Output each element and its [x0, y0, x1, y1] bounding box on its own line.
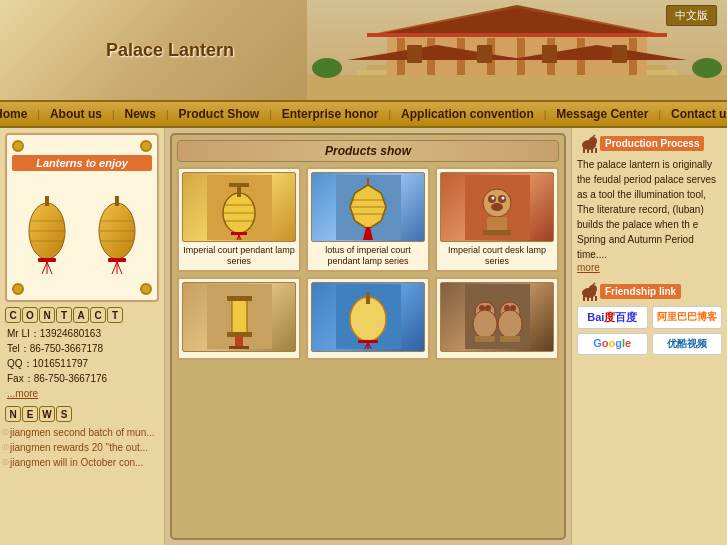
contact-more-link[interactable]: ...more	[7, 386, 159, 401]
contact-info: Mr LI：13924680163 Tel：86-750-3667178 QQ：…	[5, 326, 159, 401]
center-content: Products show	[165, 128, 572, 545]
svg-line-38	[117, 262, 122, 274]
news-item-3[interactable]: jiangmen will in October con...	[5, 457, 159, 468]
svg-rect-104	[587, 296, 589, 301]
contact-qq: QQ：1016511797	[7, 356, 159, 371]
svg-rect-69	[483, 230, 511, 235]
main-content: Lanterns to enjoy	[0, 128, 727, 545]
product-thumb-1	[182, 172, 296, 242]
svg-point-95	[589, 137, 597, 145]
svg-rect-25	[45, 196, 49, 206]
products-show-container: Products show	[170, 133, 566, 540]
svg-rect-105	[591, 296, 593, 301]
news-item-2[interactable]: jiangmen rewards 20 "the out...	[5, 442, 159, 453]
svg-rect-15	[367, 33, 667, 37]
news-item-1[interactable]: jiangmen second batch of mun...	[5, 427, 159, 438]
svg-point-102	[589, 285, 597, 293]
logo-text: Palace Lantern	[106, 40, 234, 61]
contact-box: C O N T A C T Mr LI：13924680163 Tel：86-7…	[5, 307, 159, 401]
palace-image	[307, 0, 727, 100]
svg-rect-20	[542, 45, 557, 63]
svg-rect-73	[227, 332, 252, 337]
nav-message[interactable]: Message Center	[546, 107, 658, 121]
svg-rect-26	[38, 258, 56, 262]
right-sidebar: Production Process The palace lantern is…	[572, 128, 727, 545]
product-label-1: Imperial court pendant lamp series	[182, 245, 296, 267]
svg-rect-71	[232, 299, 247, 334]
contact-title-row: C O N T A C T	[5, 307, 159, 323]
contact-mr-li: Mr LI：13924680163	[7, 326, 159, 341]
products-grid: Imperial court pendant lamp series	[177, 167, 559, 360]
nav-product-show[interactable]: Product Show	[169, 107, 270, 121]
product-item-2[interactable]: lotus of imperial court pendant lamp ser…	[306, 167, 430, 272]
svg-rect-46	[231, 232, 247, 235]
contact-fax: Fax：86-750-3667176	[7, 371, 159, 386]
friendship-box: Friendship link Bai度百度 阿里巴巴博客 Google 优酷视…	[577, 281, 722, 355]
svg-rect-1	[307, 75, 727, 100]
friendship-title-text: Friendship link	[600, 284, 681, 299]
nav-enterprise[interactable]: Enterprise honor	[272, 107, 389, 121]
product-item-1[interactable]: Imperial court pendant lamp series	[177, 167, 301, 272]
nav-home[interactable]: Home	[0, 107, 37, 121]
news-letter-e: E	[22, 406, 38, 422]
svg-point-87	[485, 305, 491, 311]
contact-letter-n: N	[39, 307, 55, 323]
svg-rect-96	[583, 148, 585, 153]
baidu-link[interactable]: Bai度百度	[577, 306, 648, 329]
product-label-2: lotus of imperial court pendant lamp ser…	[311, 245, 425, 267]
lantern-dot-left	[12, 140, 24, 152]
product-item-6[interactable]	[435, 277, 559, 360]
alibaba-link[interactable]: 阿里巴巴博客	[652, 306, 723, 329]
friendship-links: Bai度百度 阿里巴巴博客 Google 优酷视频	[577, 306, 722, 355]
nav-contact[interactable]: Contact us	[661, 107, 727, 121]
production-icon	[577, 133, 597, 153]
svg-rect-34	[115, 196, 119, 206]
product-item-3[interactable]: Imperial court desk lamp series	[435, 167, 559, 272]
news-letter-w: W	[39, 406, 55, 422]
header: Palace Lantern	[0, 0, 727, 100]
contact-letter-t2: T	[107, 307, 123, 323]
svg-rect-106	[595, 296, 597, 301]
lanterns-box: Lanterns to enjoy	[5, 133, 159, 302]
contact-letter-c2: C	[90, 307, 106, 323]
youku-link[interactable]: 优酷视频	[652, 333, 723, 355]
contact-letter-c: C	[5, 307, 21, 323]
google-link[interactable]: Google	[577, 333, 648, 355]
svg-rect-44	[237, 187, 241, 197]
svg-point-23	[692, 58, 722, 78]
logo-area: Palace Lantern	[0, 0, 340, 100]
svg-rect-68	[487, 217, 507, 232]
lanterns-title: Lanterns to enjoy	[12, 155, 152, 171]
chinese-version-button[interactable]: 中文版	[666, 5, 717, 26]
product-item-4[interactable]	[177, 277, 301, 360]
svg-point-66	[501, 196, 504, 199]
contact-letter-o: O	[22, 307, 38, 323]
nav-application[interactable]: Application convention	[391, 107, 544, 121]
news-letter-s: S	[56, 406, 72, 422]
svg-point-67	[491, 203, 503, 211]
lantern-dot-bottom-left	[12, 283, 24, 295]
svg-rect-78	[366, 292, 370, 304]
production-title-text: Production Process	[600, 136, 704, 151]
left-sidebar: Lanterns to enjoy	[0, 128, 165, 545]
svg-rect-72	[227, 296, 252, 301]
product-thumb-6	[440, 282, 554, 352]
nav-about[interactable]: About us	[40, 107, 112, 121]
svg-rect-74	[235, 337, 243, 347]
nav-news[interactable]: News	[115, 107, 166, 121]
navigation: Home | About us | News | Product Show | …	[0, 100, 727, 128]
lanterns-content	[12, 176, 152, 278]
svg-point-85	[473, 310, 497, 338]
svg-point-65	[491, 196, 494, 199]
contact-letter-a: A	[73, 307, 89, 323]
lanterns-bottom-decoration	[12, 283, 152, 295]
product-item-5[interactable]	[306, 277, 430, 360]
svg-rect-93	[500, 336, 520, 342]
svg-rect-19	[477, 45, 492, 63]
svg-point-22	[312, 58, 342, 78]
products-show-header: Products show	[177, 140, 559, 162]
contact-tel: Tel：86-750-3667178	[7, 341, 159, 356]
production-more-link[interactable]: more	[577, 262, 722, 273]
svg-rect-21	[612, 45, 627, 63]
news-title-row: N E W S	[5, 406, 159, 422]
